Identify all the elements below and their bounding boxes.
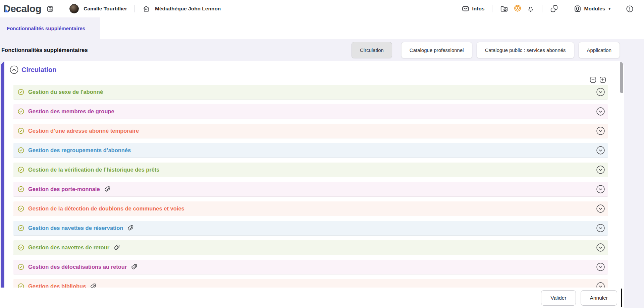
chevron-down-circle-icon[interactable] — [596, 126, 605, 135]
chevron-down-circle-icon[interactable] — [596, 146, 605, 155]
vertical-divider-line — [621, 289, 622, 307]
bell-icon[interactable] — [527, 5, 535, 13]
check-circle-icon — [17, 205, 24, 212]
top-header: Decalog Camille Tourtillier Médiathèque … — [0, 0, 644, 17]
content-panel: Circulation Gestion du sexe de l'abonné — [1, 61, 624, 308]
infos-label: Infos — [472, 6, 485, 12]
beacon-icon[interactable] — [513, 4, 522, 13]
filter-catalogue-professionnel[interactable]: Catalogue professionnel — [401, 42, 472, 58]
chevron-down-circle-icon[interactable] — [596, 107, 605, 116]
feature-row-label: Gestion d’une adresse abonné temporaire — [28, 128, 139, 134]
modules-label: Modules — [584, 6, 605, 12]
check-circle-icon — [17, 127, 24, 134]
bottom-action-bar: Valider Annuler — [0, 288, 621, 308]
header-right: Infos — [462, 4, 634, 13]
feature-row[interactable]: Gestion des navettes de retour — [13, 240, 608, 255]
filter-catalogue-public[interactable]: Catalogue public : services abonnés — [477, 42, 574, 58]
tag-icon — [103, 185, 111, 193]
check-circle-icon — [17, 225, 24, 232]
divider — [618, 5, 618, 12]
feature-row-label: Gestion des porte-monnaie — [28, 186, 100, 192]
feature-row-label: Gestion de la détection de doublons de c… — [28, 205, 184, 212]
divider — [566, 5, 566, 12]
chevron-down-circle-icon[interactable] — [596, 204, 605, 213]
section-circulation-header[interactable]: Circulation — [9, 64, 56, 75]
feature-row[interactable]: Gestion de la vérification de l’historiq… — [13, 163, 608, 177]
copy-pages-icon[interactable] — [550, 4, 558, 13]
feature-row-label: Gestion des navettes de réservation — [28, 225, 123, 231]
page-title: Fonctionnalités supplémentaires — [1, 47, 88, 53]
chevron-down-circle-icon[interactable] — [596, 185, 605, 194]
filter-circulation[interactable]: Circulation — [352, 42, 392, 58]
divider — [542, 5, 542, 12]
feature-row-label: Gestion des membres de groupe — [28, 108, 114, 115]
header-left: Decalog Camille Tourtillier Médiathèque … — [3, 3, 221, 14]
toolbar: Fonctionnalités supplémentaires Circulat… — [0, 39, 644, 61]
annuler-button[interactable]: Annuler — [581, 290, 617, 306]
feature-row-label: Gestion de la vérification de l’historiq… — [28, 167, 160, 173]
panel-accent-bar — [1, 61, 4, 308]
check-circle-icon — [17, 88, 24, 96]
stats-widget-icon[interactable] — [46, 5, 54, 13]
chevron-down-circle-icon[interactable] — [596, 243, 605, 252]
tag-icon — [130, 263, 138, 271]
feature-row-label: Gestion des délocalisations au retour — [28, 264, 127, 270]
collapse-all-button[interactable] — [589, 76, 597, 83]
modules-icon — [574, 5, 582, 13]
library-name[interactable]: Médiathèque John Lennon — [155, 6, 221, 12]
feature-row[interactable]: Gestion des navettes de réservation — [13, 221, 608, 236]
filter-buttons: Circulation Catalogue professionnel Cata… — [352, 42, 620, 58]
chevron-down-circle-icon[interactable] — [596, 87, 605, 97]
check-circle-icon — [17, 263, 24, 270]
tab-strip: Fonctionnalités supplémentaires — [0, 17, 644, 39]
valider-button[interactable]: Valider — [541, 290, 576, 306]
feature-row[interactable]: Gestion des regroupements d’abonnés — [13, 143, 608, 158]
feature-row[interactable]: Gestion du sexe de l'abonné — [13, 85, 608, 100]
check-circle-icon — [17, 108, 24, 115]
info-circle-icon[interactable] — [626, 5, 634, 13]
decalog-logo[interactable]: Decalog — [3, 3, 41, 14]
expand-all-button[interactable] — [599, 76, 606, 83]
divider — [135, 5, 135, 12]
decalog-app: Decalog Camille Tourtillier Médiathèque … — [0, 0, 644, 308]
feature-row-label: Gestion des regroupements d’abonnés — [28, 147, 131, 153]
feature-rows: Gestion du sexe de l'abonné Gestio — [13, 85, 608, 299]
feature-row-label: Gestion des navettes de retour — [28, 244, 109, 251]
folder-cloud-icon[interactable] — [500, 4, 508, 13]
chevron-down-circle-icon[interactable] — [596, 262, 605, 271]
feature-row[interactable]: Gestion d’une adresse abonné temporaire — [13, 124, 608, 138]
chevron-down-circle-icon[interactable] — [596, 165, 605, 174]
envelope-icon — [462, 5, 470, 13]
user-name[interactable]: Camille Tourtillier — [84, 6, 127, 12]
logo-text: ecalog — [10, 3, 41, 14]
tag-icon — [126, 224, 134, 232]
check-circle-icon — [17, 186, 24, 193]
chevron-down-circle-icon[interactable] — [596, 224, 605, 233]
feature-row[interactable]: Gestion de la détection de doublons de c… — [13, 201, 608, 216]
tab-fonctionnalites-supplementaires[interactable]: Fonctionnalités supplémentaires — [0, 17, 100, 39]
house-icon — [142, 5, 150, 13]
infos-button[interactable]: Infos — [462, 5, 485, 13]
chevron-up-circle-icon[interactable] — [9, 65, 19, 74]
logo-mark: D — [3, 3, 10, 14]
avatar[interactable] — [69, 4, 79, 13]
filter-application[interactable]: Application — [579, 42, 620, 58]
caret-down-icon: ▾ — [608, 7, 610, 11]
section-title: Circulation — [21, 66, 56, 74]
check-circle-icon — [17, 166, 24, 173]
check-circle-icon — [17, 147, 24, 154]
check-circle-icon — [17, 244, 24, 251]
feature-row-label: Gestion du sexe de l'abonné — [28, 89, 103, 95]
feature-row[interactable]: Gestion des membres de groupe — [13, 104, 608, 119]
divider — [492, 5, 492, 12]
scrollbar-thumb[interactable] — [620, 61, 623, 93]
feature-row[interactable]: Gestion des délocalisations au retour — [13, 260, 608, 274]
feature-row[interactable]: Gestion des porte-monnaie — [13, 182, 608, 197]
divider — [62, 5, 62, 12]
tag-icon — [113, 244, 120, 251]
collapse-controls — [589, 76, 606, 83]
modules-button[interactable]: Modules ▾ — [574, 5, 610, 13]
